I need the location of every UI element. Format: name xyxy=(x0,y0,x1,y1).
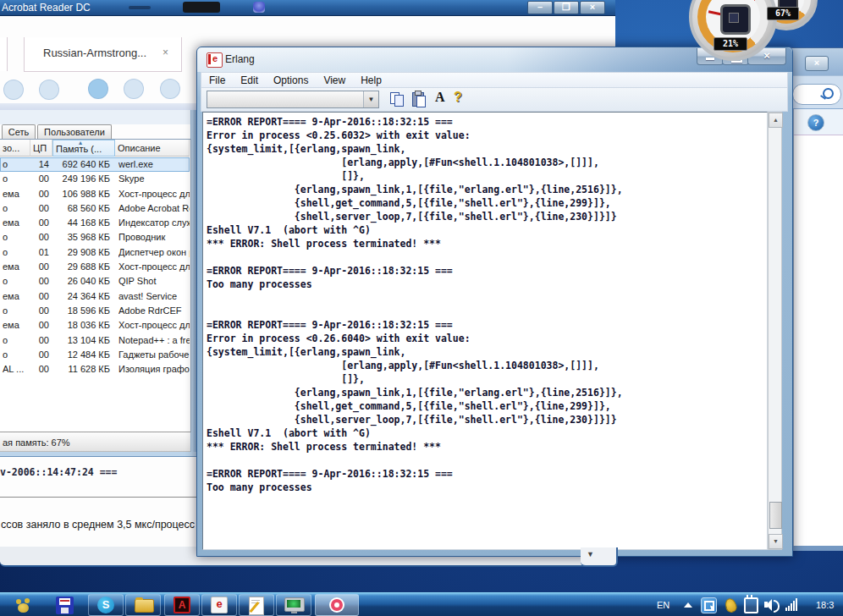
acrobat-scroll-corner[interactable]: ▼ xyxy=(581,547,618,567)
column-header-cpu[interactable]: ЦП xyxy=(30,140,52,157)
column-header-user[interactable]: зо... xyxy=(0,140,30,157)
vertical-scrollbar[interactable]: ▲ ▼ xyxy=(768,112,782,550)
table-row[interactable]: о 00 18 596 КБ Adobe RdrCEF xyxy=(0,304,190,318)
cell-cpu: 00 xyxy=(30,232,49,242)
chevron-down-icon[interactable]: ▼ xyxy=(363,91,378,107)
removable-device-icon[interactable] xyxy=(744,597,758,613)
table-row[interactable]: о 00 35 968 КБ Проводник xyxy=(0,230,190,245)
cell-cpu: 00 xyxy=(30,173,49,184)
display-settings-icon[interactable] xyxy=(701,597,717,613)
cell-user: AL ... xyxy=(3,364,24,374)
cell-user: о xyxy=(3,203,8,213)
tab-network[interactable]: Сеть xyxy=(2,124,36,140)
cell-user: ема xyxy=(3,189,19,199)
monitor-icon xyxy=(284,597,305,612)
titlebar-gem-icon xyxy=(253,2,265,13)
menu-options[interactable]: Options xyxy=(266,73,316,89)
cell-mem: 35 968 КБ xyxy=(49,232,110,242)
menu-view[interactable]: View xyxy=(316,73,353,89)
help-icon[interactable]: ? xyxy=(807,114,824,131)
cell-desc: Проводник xyxy=(118,232,190,242)
scrollbar-thumb[interactable] xyxy=(769,502,782,529)
cpu-meter-gadget[interactable]: 21% 67% xyxy=(682,0,843,56)
table-row[interactable]: о 00 12 484 КБ Гаджеты рабоче xyxy=(0,348,190,362)
table-row[interactable]: о 00 68 560 КБ Adobe Acrobat Re xyxy=(0,201,190,216)
scroll-down-icon[interactable]: ▼ xyxy=(587,550,594,558)
cell-cpu: 00 xyxy=(30,217,49,228)
taskbar-button-skype[interactable]: S xyxy=(88,594,124,616)
column-header-description[interactable]: Описание xyxy=(115,140,190,157)
taskbar-button-notepadpp[interactable] xyxy=(239,594,274,616)
cell-cpu: 00 xyxy=(30,203,49,213)
paste-icon[interactable] xyxy=(411,91,427,107)
font-icon[interactable]: A xyxy=(435,90,445,105)
qip-icon xyxy=(329,597,344,613)
taskbar-button-acrobat[interactable]: A xyxy=(164,594,200,616)
table-row[interactable]: о 00 26 040 КБ QIP Shot xyxy=(0,274,190,289)
table-row[interactable]: о 14 692 640 КБ werl.exe xyxy=(0,157,190,172)
minimize-button[interactable]: – xyxy=(527,1,553,14)
table-row[interactable]: ема 00 29 688 КБ Хост-процесс для xyxy=(0,260,190,274)
help-content: ? xyxy=(793,109,843,546)
erlang-window-title: Erlang xyxy=(225,53,255,65)
volume-icon[interactable] xyxy=(764,598,780,612)
cell-desc: werl.exe xyxy=(118,159,190,169)
cell-mem: 26 040 КБ xyxy=(49,276,110,286)
process-list: зо... ЦП ▴ Память (... Описание о 14 692… xyxy=(0,139,191,432)
search-input[interactable] xyxy=(792,84,841,105)
erlang-logo-bar xyxy=(208,54,211,64)
taskbar-button-remote[interactable] xyxy=(276,594,311,616)
scroll-down-icon[interactable]: ▼ xyxy=(769,534,783,549)
menu-help[interactable]: Help xyxy=(353,73,389,89)
gauge-chip xyxy=(720,4,751,35)
clock[interactable]: 18:3 xyxy=(816,593,834,616)
cell-mem: 249 196 КБ xyxy=(49,173,110,184)
cell-user: ема xyxy=(3,217,19,228)
floppy-save-icon[interactable] xyxy=(56,597,74,614)
table-row[interactable]: ема 00 106 988 КБ Хост-процесс для xyxy=(0,187,190,201)
cell-desc: Skype xyxy=(118,173,190,184)
scroll-up-icon[interactable]: ▲ xyxy=(769,113,783,128)
taskbar-button-qip[interactable] xyxy=(315,594,359,616)
cell-user: о xyxy=(3,335,8,345)
taskbar-button-explorer[interactable] xyxy=(125,594,161,616)
table-row[interactable]: AL ... 00 11 628 КБ Изоляция графов xyxy=(0,362,190,377)
tab-label: Сеть xyxy=(8,127,29,137)
antivirus-tray-icon[interactable] xyxy=(724,597,739,613)
language-indicator[interactable]: EN xyxy=(657,593,669,616)
cell-mem: 44 168 КБ xyxy=(49,217,110,228)
cell-desc: QIP Shot xyxy=(118,276,190,286)
acrobat-icon: A xyxy=(174,597,190,613)
cell-cpu: 01 xyxy=(30,247,49,257)
close-button[interactable]: × xyxy=(580,1,605,14)
maximize-button[interactable]: ❒ xyxy=(554,1,579,14)
taskbar-button-erlang[interactable]: e xyxy=(201,594,237,616)
table-row[interactable]: о 00 249 196 КБ Skype xyxy=(0,172,190,186)
table-row[interactable]: ема 00 24 364 КБ avast! Service xyxy=(0,289,190,304)
network-signal-icon[interactable] xyxy=(785,598,801,611)
menu-file[interactable]: File xyxy=(201,73,233,89)
table-row[interactable]: о 00 13 104 КБ Notepad++ : a fre xyxy=(0,333,190,348)
table-row[interactable]: ема 00 44 168 КБ Индексатор служ xyxy=(0,216,190,230)
cell-cpu: 00 xyxy=(30,305,49,316)
menu-edit[interactable]: Edit xyxy=(233,73,266,89)
paw-tray-icon[interactable] xyxy=(15,598,34,613)
table-row[interactable]: о 01 29 908 КБ Диспетчер окон р xyxy=(0,245,190,260)
cell-mem: 13 104 КБ xyxy=(49,335,110,345)
cell-mem: 18 036 КБ xyxy=(49,320,110,330)
copy-icon[interactable] xyxy=(389,91,405,107)
column-header-memory[interactable]: ▴ Память (... xyxy=(52,140,115,157)
task-manager-bottom-frame xyxy=(0,452,198,457)
shell-output-area[interactable]: =ERROR REPORT==== 9-Apr-2016::18:32:15 =… xyxy=(202,112,768,550)
cell-cpu: 14 xyxy=(30,159,49,169)
tray-expand-icon[interactable] xyxy=(684,602,692,608)
help-icon[interactable]: ? xyxy=(454,90,462,105)
cell-mem: 106 988 КБ xyxy=(49,189,110,199)
close-button[interactable]: × xyxy=(805,56,829,71)
cell-desc: Индексатор служ xyxy=(118,217,190,228)
tab-users[interactable]: Пользователи xyxy=(37,124,112,140)
cell-cpu: 00 xyxy=(30,320,49,330)
erlang-logo-glyph: e xyxy=(212,53,218,63)
table-row[interactable]: ема 00 18 036 КБ Хост-процесс для xyxy=(0,318,190,333)
shell-combobox[interactable]: ▼ xyxy=(207,91,379,108)
